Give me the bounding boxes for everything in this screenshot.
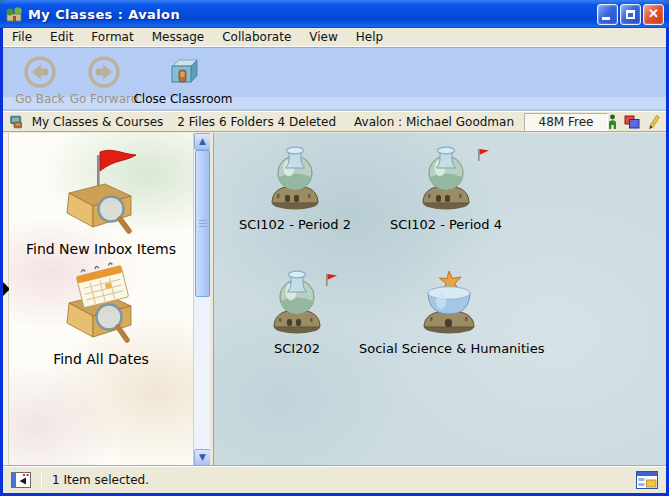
classes-desk-icon [9, 114, 26, 130]
menu-collaborate[interactable]: Collaborate [213, 28, 300, 47]
find-all-dates[interactable]: Find All Dates [9, 257, 193, 367]
go-forward-button[interactable]: Go Forward [73, 54, 135, 106]
sidebar-scrollbar[interactable]: ▲ ▼ [193, 133, 210, 466]
app-logo-icon [5, 5, 23, 23]
inbox-flag-search-icon [49, 147, 153, 235]
find-all-dates-label: Find All Dates [9, 351, 193, 367]
flask-building-icon [421, 145, 471, 211]
course-label: SCI102 - Period 2 [215, 217, 375, 232]
menu-edit[interactable]: Edit [41, 28, 82, 47]
menu-format[interactable]: Format [82, 28, 142, 47]
bowl-starfish-building-icon [421, 269, 477, 335]
course-sci202[interactable]: SCI202 [217, 269, 377, 356]
flask-building-icon [270, 145, 320, 211]
classroom-building-icon [167, 56, 199, 88]
status-message: 1 Item selected. [52, 473, 149, 487]
go-back-label: Go Back [15, 92, 65, 106]
classroom-canvas[interactable]: SCI102 - Period 2 [214, 133, 666, 466]
edit-pencil-icon[interactable] [647, 114, 660, 130]
scroll-down-button[interactable]: ▼ [194, 449, 211, 466]
close-icon: ✕ [644, 6, 663, 21]
go-forward-label: Go Forward [70, 92, 139, 106]
infobar-location: My Classes & Courses [32, 115, 164, 129]
scroll-up-button[interactable]: ▲ [194, 133, 211, 150]
go-back-button[interactable]: Go Back [9, 54, 71, 106]
course-label: SCI102 - Period 4 [366, 217, 526, 232]
flask-building-icon [272, 269, 322, 335]
infobar-identity: Avalon : Michael Goodman [354, 115, 514, 129]
menu-bar: File Edit Format Message Collaborate Vie… [3, 28, 666, 47]
info-bar: My Classes & Courses 2 Files 6 Folders 4… [3, 111, 666, 132]
close-button[interactable]: ✕ [643, 4, 664, 25]
menu-help[interactable]: Help [347, 28, 392, 47]
course-social-science-humanities[interactable]: Social Science & Humanities [359, 269, 539, 356]
course-label: SCI202 [217, 341, 377, 356]
close-classroom-label: Close Classroom [133, 92, 232, 106]
calendar-search-icon [49, 257, 153, 345]
title-bar[interactable]: My Classes : Avalon ✕ [0, 0, 669, 28]
status-bar: 1 Item selected. [3, 466, 666, 493]
content-area: Find New Inbox Items [3, 133, 666, 466]
maximize-button[interactable] [620, 4, 641, 25]
infobar-stats: 2 Files 6 Folders 4 Deleted [177, 115, 336, 129]
online-user-icon[interactable] [608, 114, 617, 130]
scrollbar-grip [199, 220, 207, 228]
toolbar: Go Back Go Forward [3, 48, 666, 111]
window-title: My Classes : Avalon [28, 7, 597, 22]
new-items-flag-icon [477, 147, 490, 166]
minimize-icon [602, 17, 610, 20]
layers-icon[interactable] [624, 115, 640, 129]
panel-toggle-icon[interactable] [11, 472, 31, 488]
course-sci102-period2[interactable]: SCI102 - Period 2 [215, 145, 375, 232]
menu-file[interactable]: File [3, 28, 41, 47]
minimize-button[interactable] [597, 4, 618, 25]
course-label: Social Science & Humanities [359, 341, 539, 356]
find-new-inbox-items[interactable]: Find New Inbox Items [9, 147, 193, 257]
new-items-flag-icon [325, 272, 338, 291]
app-window: My Classes : Avalon ✕ File Edit Format M… [0, 0, 669, 496]
go-back-icon [23, 55, 57, 89]
menu-message[interactable]: Message [143, 28, 214, 47]
course-sci102-period4[interactable]: SCI102 - Period 4 [366, 145, 526, 232]
close-classroom-button[interactable]: Close Classroom [137, 54, 229, 106]
maximize-icon [626, 10, 635, 19]
layout-view-icon[interactable] [636, 471, 658, 489]
window-frame: File Edit Format Message Collaborate Vie… [3, 28, 666, 493]
status-separator [41, 471, 42, 489]
go-forward-icon [87, 55, 121, 89]
scrollbar-thumb[interactable] [195, 150, 210, 297]
find-new-inbox-items-label: Find New Inbox Items [9, 241, 193, 257]
finder-sidebar: Find New Inbox Items [9, 133, 193, 466]
menu-view[interactable]: View [300, 28, 346, 47]
free-space-indicator: 48M Free [524, 113, 608, 131]
